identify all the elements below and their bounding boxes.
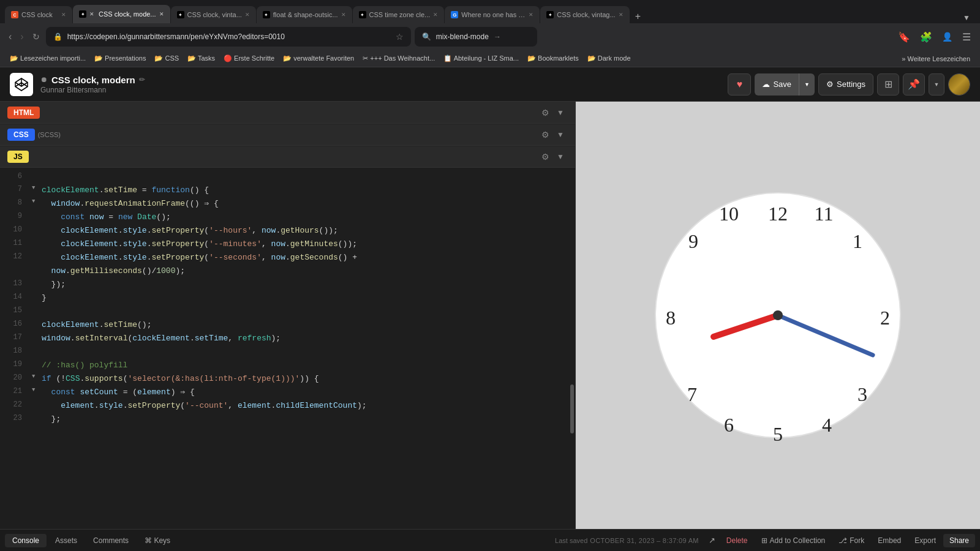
menu-btn[interactable]: ☰ — [959, 29, 974, 45]
bookmark-darkmode[interactable]: 📂 Dark mode — [584, 53, 635, 64]
line-number-9: 9 — [5, 211, 22, 223]
js-settings-btn[interactable]: ⚙ — [538, 151, 553, 163]
scrollbar-thumb[interactable] — [570, 384, 574, 433]
css-settings-btn[interactable]: ⚙ — [538, 129, 553, 141]
bookmark-presentations[interactable]: 📂 Presentations — [91, 53, 149, 64]
close-icon-2[interactable]: ✕ — [89, 11, 94, 17]
bookmark-lesezeichen[interactable]: 📂 Lesezeichen importi... — [6, 53, 89, 64]
codepen-logo[interactable] — [10, 73, 33, 96]
bookmark-css[interactable]: 📂 CSS — [151, 53, 183, 64]
pin-button[interactable]: 📌 — [903, 73, 925, 96]
bookmark-more[interactable]: » Weitere Lesezeichen — [898, 54, 974, 64]
line-number-19: 19 — [5, 359, 22, 371]
line-text-11: clockElement.style.setProperty('--minute… — [42, 238, 357, 250]
bookmark-erste[interactable]: 🔴 Erste Schritte — [220, 53, 278, 64]
tab-close-4[interactable]: ✕ — [341, 12, 346, 18]
bookmark-weihnacht[interactable]: ✂ +++ Das Weihnacht... — [359, 53, 439, 64]
address-bar-row: ‹ › ↻ 🔒 https://codepen.io/gunnarbitters… — [0, 23, 980, 50]
tab-close-7[interactable]: ✕ — [619, 12, 624, 18]
bookmark-icon-btn[interactable]: 🔖 — [895, 29, 913, 45]
save-button[interactable]: ☁ Save — [755, 73, 799, 96]
tab-close-2[interactable]: ✕ — [159, 11, 164, 17]
open-external-button[interactable]: ↗ — [705, 533, 719, 547]
refresh-button[interactable]: ↻ — [30, 29, 42, 44]
star-icon[interactable]: ☆ — [396, 32, 404, 42]
delete-button[interactable]: Delete — [720, 534, 754, 547]
share-label: Share — [949, 536, 969, 545]
pen-status-icon: ⏺ — [40, 75, 48, 84]
svg-text:7: 7 — [687, 383, 697, 405]
header-actions: ♥ ☁ Save ▼ ⚙ Settings ⊞ 📌 ▼ — [728, 73, 970, 96]
save-dropdown-button[interactable]: ▼ — [799, 73, 815, 96]
fork-button[interactable]: ⎇ Fork — [832, 534, 870, 547]
js-collapse-btn[interactable]: ▼ — [553, 151, 568, 162]
avatar[interactable] — [948, 73, 970, 96]
line-fold-8[interactable]: ▼ — [32, 197, 39, 206]
more-button[interactable]: ▼ — [929, 73, 944, 96]
view-grid-button[interactable]: ⊞ — [877, 73, 899, 96]
pen-edit-icon[interactable]: ✏ — [139, 75, 145, 84]
address-input[interactable]: 🔒 https://codepen.io/gunnarbittersmann/p… — [46, 27, 411, 47]
tab-3[interactable]: ✦ CSS clock, vinta... ✕ — [171, 6, 256, 23]
html-settings-btn[interactable]: ⚙ — [538, 107, 553, 119]
browser-url: https://codepen.io/gunnarbittersmann/pen… — [67, 32, 391, 41]
tab-close-1[interactable]: ✕ — [61, 12, 66, 18]
tab-close-3[interactable]: ✕ — [245, 12, 250, 18]
line-text-23: }; — [42, 413, 61, 425]
css-badge: CSS — [7, 129, 35, 141]
svg-text:11: 11 — [815, 203, 834, 225]
code-line-16: 16 clockElement.setTime(); — [0, 318, 575, 332]
tab-4[interactable]: ✦ float & shape-outsic... ✕ — [257, 6, 352, 23]
tab-close-6[interactable]: ✕ — [529, 12, 533, 18]
profile-btn[interactable]: 👤 — [939, 29, 956, 44]
add-to-collection-button[interactable]: ⊞ Add to Collection — [755, 534, 832, 547]
search-bar[interactable]: 🔍 mix-blend-mode → — [415, 27, 537, 47]
tab-7[interactable]: ✦ CSS clock, vintag... ✕ — [540, 6, 629, 23]
new-tab-button[interactable]: + — [630, 11, 646, 22]
keys-tab-label: ⌘ Keys — [145, 536, 170, 545]
embed-button[interactable]: Embed — [872, 534, 907, 547]
assets-tab-label: Assets — [55, 536, 77, 545]
code-line-9: 9 const now = new Date(); — [0, 211, 575, 224]
line-number-12: 12 — [5, 251, 22, 263]
line-number-6: 6 — [5, 170, 22, 183]
line-fold-7[interactable]: ▼ — [32, 184, 39, 193]
line-number-7: 7 — [5, 184, 22, 196]
bookmark-verwaltete[interactable]: 📂 verwaltete Favoriten — [279, 53, 358, 64]
console-tab[interactable]: Console — [5, 534, 47, 547]
heart-button[interactable]: ♥ — [728, 73, 751, 96]
css-panel-header: CSS (SCSS) ⚙ ▼ — [0, 124, 575, 146]
back-button[interactable]: ‹ — [6, 29, 14, 45]
line-text-20: if (!CSS.supports('selector(&:has(li:nth… — [42, 372, 319, 385]
tab-title-3: CSS clock, vinta... — [187, 11, 242, 18]
line-text-21: const setCount = (element) ⇒ { — [42, 386, 195, 399]
bookmark-bookmarklets[interactable]: 📂 Bookmarklets — [524, 53, 582, 64]
tab-close-5[interactable]: ✕ — [433, 12, 438, 18]
bookmark-abteilung[interactable]: 📋 Abteilung - LIZ Sma... — [440, 53, 522, 64]
tab-5[interactable]: ✦ CSS time zone cle... ✕ — [353, 6, 445, 23]
share-button[interactable]: Share — [943, 534, 975, 547]
html-collapse-btn[interactable]: ▼ — [553, 107, 568, 118]
extensions-btn[interactable]: 🧩 — [917, 29, 935, 45]
tab-favicon-5: ✦ — [359, 11, 366, 18]
assets-tab[interactable]: Assets — [48, 534, 85, 547]
css-collapse-btn[interactable]: ▼ — [553, 129, 568, 140]
fork-icon: ⎇ — [839, 536, 847, 545]
bookmark-tasks[interactable]: 📂 Tasks — [184, 53, 219, 64]
settings-button[interactable]: ⚙ Settings — [818, 73, 873, 96]
code-line-8: 8 ▼ window.requestAnimationFrame(() ⇒ { — [0, 197, 575, 211]
line-fold-21[interactable]: ▼ — [32, 386, 39, 395]
tab-6[interactable]: G Where no one has gc... ✕ — [445, 6, 540, 23]
export-button[interactable]: Export — [908, 534, 942, 547]
tab-favicon-2: ✦ — [79, 10, 86, 18]
code-editor[interactable]: 6 7 ▼ clockElement.setTime = function() … — [0, 168, 575, 529]
forward-button[interactable]: › — [18, 29, 26, 45]
keys-tab[interactable]: ⌘ Keys — [137, 534, 178, 547]
line-fold-20[interactable]: ▼ — [32, 372, 39, 381]
tab-list-button[interactable]: ▼ — [958, 13, 975, 22]
comments-tab[interactable]: Comments — [86, 534, 136, 547]
tab-1[interactable]: C CSS clock ✕ — [5, 6, 72, 23]
editor-scrollbar[interactable] — [569, 168, 574, 529]
line-number-18: 18 — [5, 345, 22, 358]
tab-2-active[interactable]: ✦ ✕ CSS clock, mode... ✕ — [73, 5, 170, 23]
